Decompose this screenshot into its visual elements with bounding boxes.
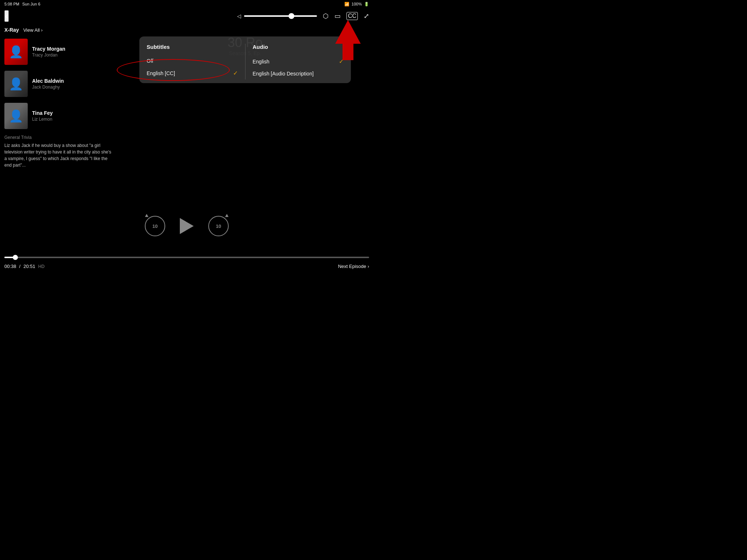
captions-icon[interactable]: CC bbox=[347, 12, 358, 20]
fullscreen-icon[interactable]: ⤢ bbox=[364, 12, 369, 20]
subtitle-off-item[interactable]: Off bbox=[147, 55, 238, 67]
airplay-icon[interactable]: ⬡ bbox=[323, 12, 329, 20]
top-icons: ⬡ ▭ CC ⤢ bbox=[323, 12, 369, 20]
cast-item-alec[interactable]: 👤 Alec Baldwin Jack Donaghy bbox=[0, 68, 117, 100]
subtitle-english-cc-label: English [CC] bbox=[147, 70, 175, 76]
modal-columns: Subtitles Off English [CC] ✓ Audio Engli… bbox=[139, 44, 351, 79]
subtitle-english-cc-item[interactable]: English [CC] ✓ bbox=[147, 67, 238, 79]
status-bar: 5:08 PM Sun Jun 6 📶 100% 🔋 bbox=[0, 0, 374, 8]
hd-badge: HD bbox=[38, 264, 44, 269]
xray-title: X-Ray bbox=[4, 27, 19, 33]
volume-icon: ◁ bbox=[237, 13, 241, 19]
audio-title: Audio bbox=[253, 44, 344, 50]
cast-role-alec: Jack Donaghy bbox=[32, 85, 64, 90]
modal-box: Subtitles Off English [CC] ✓ Audio Engli… bbox=[139, 36, 351, 83]
cast-name-tina: Tina Fey bbox=[32, 110, 53, 116]
cast-role-tracy: Tracy Jordan bbox=[32, 52, 65, 58]
audio-english-desc-label: English [Audio Description] bbox=[253, 71, 314, 77]
time-display: 00:38 / 20:51 HD bbox=[4, 264, 44, 269]
cast-photo-tina: 👤 bbox=[4, 103, 28, 129]
status-date: Sun Jun 6 bbox=[22, 2, 40, 6]
cast-photo-tracy: 👤 bbox=[4, 39, 28, 65]
cast-photo-alec: 👤 bbox=[4, 71, 28, 97]
cast-item-tracy[interactable]: 👤 Tracy Morgan Tracy Jordan bbox=[0, 36, 117, 68]
wifi-icon: 📶 bbox=[344, 2, 349, 7]
subtitles-title: Subtitles bbox=[147, 44, 238, 50]
subtitle-audio-modal: Subtitles Off English [CC] ✓ Audio Engli… bbox=[117, 22, 374, 280]
cast-role-tina: Liz Lemon bbox=[32, 117, 53, 122]
volume-slider[interactable] bbox=[244, 15, 317, 17]
current-time: 00:38 bbox=[4, 264, 16, 269]
battery-icon: 🔋 bbox=[364, 2, 369, 7]
xray-header: X-Ray View All › bbox=[0, 24, 117, 36]
screen-mirror-icon[interactable]: ▭ bbox=[334, 12, 341, 20]
cast-item-tina[interactable]: 👤 Tina Fey Liz Lemon bbox=[0, 100, 117, 132]
cast-info-tracy: Tracy Morgan Tracy Jordan bbox=[32, 46, 65, 58]
audio-english-label: English bbox=[253, 59, 270, 65]
progress-thumb bbox=[13, 255, 18, 260]
status-right: 📶 100% 🔋 bbox=[344, 2, 369, 7]
volume-container: ◁ bbox=[237, 13, 317, 19]
view-all-button[interactable]: View All › bbox=[23, 27, 43, 33]
cast-info-tina: Tina Fey Liz Lemon bbox=[32, 110, 53, 122]
subtitle-off-label: Off bbox=[147, 58, 153, 64]
time-separator: / bbox=[19, 264, 21, 269]
status-left: 5:08 PM Sun Jun 6 bbox=[4, 2, 40, 6]
trivia-text: Liz asks Jack if he would buy a show abo… bbox=[4, 142, 112, 168]
back-button[interactable]: ‹ bbox=[4, 10, 9, 22]
cast-info-alec: Alec Baldwin Jack Donaghy bbox=[32, 78, 64, 90]
cast-name-tracy: Tracy Morgan bbox=[32, 46, 65, 52]
audio-english-desc-item[interactable]: English [Audio Description] bbox=[253, 68, 344, 79]
battery-label: 100% bbox=[352, 2, 362, 6]
audio-english-check: ✓ bbox=[339, 58, 344, 65]
trivia-title: General Trivia bbox=[4, 135, 112, 140]
total-time: 20:51 bbox=[23, 264, 35, 269]
subtitles-column: Subtitles Off English [CC] ✓ bbox=[139, 44, 245, 79]
status-time: 5:08 PM bbox=[4, 2, 19, 6]
xray-panel: X-Ray View All › 👤 Tracy Morgan Tracy Jo… bbox=[0, 24, 117, 171]
audio-column: Audio English ✓ English [Audio Descripti… bbox=[245, 44, 351, 79]
audio-english-item[interactable]: English ✓ bbox=[253, 55, 344, 68]
volume-thumb bbox=[289, 13, 294, 19]
cast-name-alec: Alec Baldwin bbox=[32, 78, 64, 84]
trivia-section: General Trivia Liz asks Jack if he would… bbox=[0, 132, 117, 171]
subtitle-english-cc-check: ✓ bbox=[233, 70, 238, 77]
